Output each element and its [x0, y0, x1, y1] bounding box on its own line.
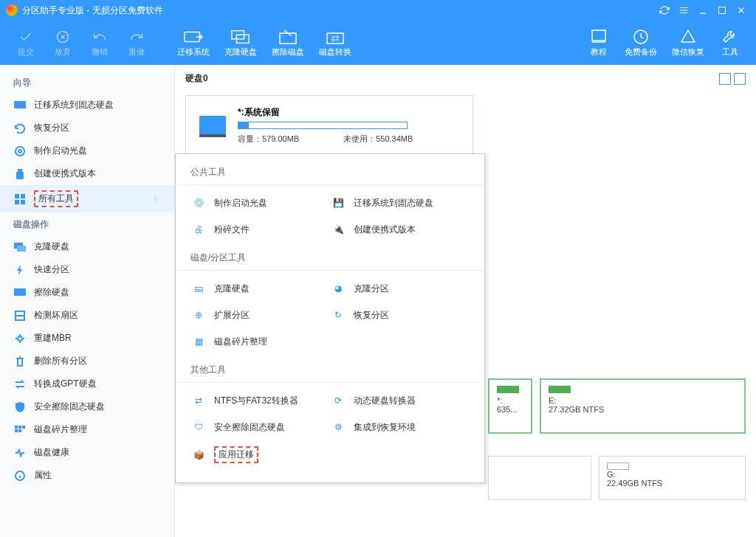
wipe-button[interactable]: 擦除磁盘	[264, 26, 312, 60]
sidebar-item-label: 擦除硬盘	[34, 286, 69, 299]
migrate-label: 迁移系统	[177, 46, 210, 58]
grid-icon	[13, 193, 27, 205]
svg-rect-6	[327, 33, 343, 44]
sidebar-item-label: 安全擦除固态硬盘	[34, 401, 105, 413]
convert-button[interactable]: 磁盘转换	[312, 26, 359, 60]
undo-button[interactable]: 撤销	[81, 26, 118, 60]
usage-bar	[238, 122, 408, 129]
tool-label: 制作启动光盘	[214, 197, 267, 209]
tool-recovery-env[interactable]: ⚙集成到恢复环境	[330, 414, 470, 440]
tools-button[interactable]: 工具	[712, 26, 749, 60]
sidebar-item-label: 制作启动光盘	[34, 145, 87, 157]
tool-shred[interactable]: 🖨粉碎文件	[190, 216, 330, 243]
sidebar-item-recover[interactable]: 恢复分区	[0, 117, 174, 139]
sidebar-item-label: 删除所有分区	[34, 355, 87, 367]
svg-rect-9	[14, 101, 26, 108]
disk-graph-row2: G: 22.49GB NTFS	[488, 456, 746, 500]
sidebar-item-label: 磁盘健康	[34, 446, 69, 459]
tool-label: NTFS与FAT32转换器	[214, 395, 298, 407]
tool-appmigrate[interactable]: 📦应用迁移	[190, 440, 330, 469]
backup-label: 免费备份	[625, 46, 657, 58]
svg-rect-16	[15, 200, 19, 204]
list-view-icon[interactable]	[734, 73, 746, 85]
eraser-icon	[13, 287, 27, 299]
disk-segment[interactable]: G: 22.49GB NTFS	[599, 456, 746, 500]
disk-segment-empty[interactable]	[488, 456, 591, 500]
defrag-icon: ▦	[190, 334, 207, 349]
discard-button[interactable]: 放弃	[44, 26, 81, 60]
popup-section-other: 其他工具	[176, 361, 484, 383]
svg-rect-5	[280, 33, 296, 44]
clone-button[interactable]: 克隆硬盘	[217, 26, 264, 60]
sidebar-item-label: 重建MBR	[34, 332, 72, 344]
sidebar-item-alltools[interactable]: 所有工具〉	[0, 185, 174, 212]
defrag-icon	[13, 424, 27, 436]
wechat-button[interactable]: 微信恢复	[664, 26, 712, 60]
sidebar-item-defrag[interactable]: 磁盘碎片整理	[0, 418, 174, 441]
tool-ntfsfat[interactable]: ⇄NTFS与FAT32转换器	[190, 387, 330, 414]
sidebar-item-badsector[interactable]: 检测坏扇区	[0, 304, 174, 327]
svg-rect-15	[21, 194, 25, 198]
tool-portable[interactable]: 🔌创建便携式版本	[330, 216, 470, 243]
svg-rect-23	[15, 426, 18, 429]
seg-bar-icon	[549, 386, 571, 393]
seg-letter: E:	[549, 396, 737, 405]
pie-icon: ◕	[330, 281, 346, 296]
sidebar-item-portable[interactable]: 创建便携式版本	[0, 162, 174, 185]
tool-clonedisk[interactable]: 🖴克隆硬盘	[190, 275, 330, 302]
maximize-icon[interactable]	[713, 1, 731, 19]
disk-segment[interactable]: E: 27.32GB NTFS	[540, 378, 746, 434]
tool-extend[interactable]: ⊕扩展分区	[190, 302, 330, 328]
sidebar-item-health[interactable]: 磁盘健康	[0, 441, 174, 464]
seg-bar-icon	[607, 462, 629, 470]
tutorial-label: 教程	[591, 46, 607, 58]
capacity-text: 容量：579.00MB	[238, 134, 299, 145]
shield-icon	[13, 401, 27, 413]
toolbar: 提交 放弃 撤销 重做 迁移系统 克隆硬盘 擦除磁盘 磁盘转换 教程 免费备份 …	[0, 21, 756, 65]
sidebar-item-deleteall[interactable]: 删除所有分区	[0, 350, 174, 373]
migrate-button[interactable]: 迁移系统	[170, 26, 217, 60]
sidebar-item-label: 创建便携式版本	[34, 167, 96, 180]
sidebar-item-bootdisc[interactable]: 制作启动光盘	[0, 139, 174, 162]
tool-dynamic[interactable]: ⟳动态硬盘转换器	[330, 387, 470, 414]
sidebar-item-rebuildmbr[interactable]: 重建MBR	[0, 327, 174, 350]
diskops-header: 磁盘操作	[0, 212, 174, 235]
disc-icon: 💿	[190, 195, 207, 210]
refresh-icon[interactable]	[656, 1, 673, 19]
tool-recover[interactable]: ↻恢复分区	[330, 302, 470, 328]
commit-label: 提交	[18, 46, 34, 58]
grid-view-icon[interactable]	[719, 73, 731, 85]
backup-button[interactable]: 免费备份	[617, 26, 664, 60]
menu-icon[interactable]	[675, 1, 693, 19]
shield-icon: 🛡	[190, 420, 207, 434]
tool-clonepart[interactable]: ◕克隆分区	[330, 275, 470, 302]
minimize-icon[interactable]	[694, 1, 712, 19]
commit-button[interactable]: 提交	[7, 26, 44, 60]
partition-name: *:系统保留	[238, 106, 459, 119]
app-logo-icon	[6, 4, 18, 16]
disk-segment[interactable]: *: 635...	[488, 378, 532, 434]
sidebar-item-properties[interactable]: 属性	[0, 464, 174, 487]
redo-button[interactable]: 重做	[118, 26, 155, 60]
wechat-label: 微信恢复	[672, 46, 704, 58]
tool-bootdisc[interactable]: 💿制作启动光盘	[190, 190, 330, 216]
tool-label: 迁移系统到固态硬盘	[354, 197, 433, 209]
tool-migrate-ssd[interactable]: 💾迁移系统到固态硬盘	[330, 190, 470, 216]
partition-card[interactable]: *:系统保留 容量：579.00MB 未使用：550.34MB	[185, 95, 473, 156]
sidebar-item-secureerase[interactable]: 安全擦除固态硬盘	[0, 395, 174, 418]
tool-defrag[interactable]: ▦磁盘碎片整理	[190, 328, 330, 355]
sidebar-item-togpt[interactable]: 转换成GPT硬盘	[0, 373, 174, 395]
bolt-icon	[13, 264, 27, 276]
sidebar-item-label: 快速分区	[34, 263, 69, 276]
tool-secureerase[interactable]: 🛡安全擦除固态硬盘	[190, 414, 330, 440]
sidebar-item-quickpart[interactable]: 快速分区	[0, 258, 174, 281]
sidebar-item-wipedisk[interactable]: 擦除硬盘	[0, 281, 174, 304]
svg-rect-13	[16, 172, 24, 179]
sidebar-item-migrate-ssd[interactable]: 迁移系统到固态硬盘	[0, 94, 174, 117]
wizard-header: 向导	[0, 71, 174, 94]
sidebar-item-clonedisk[interactable]: 克隆硬盘	[0, 235, 174, 258]
close-icon[interactable]	[732, 1, 750, 19]
view-toggle[interactable]	[719, 73, 746, 85]
convert-icon: ⇄	[190, 393, 207, 408]
tutorial-button[interactable]: 教程	[580, 26, 617, 60]
